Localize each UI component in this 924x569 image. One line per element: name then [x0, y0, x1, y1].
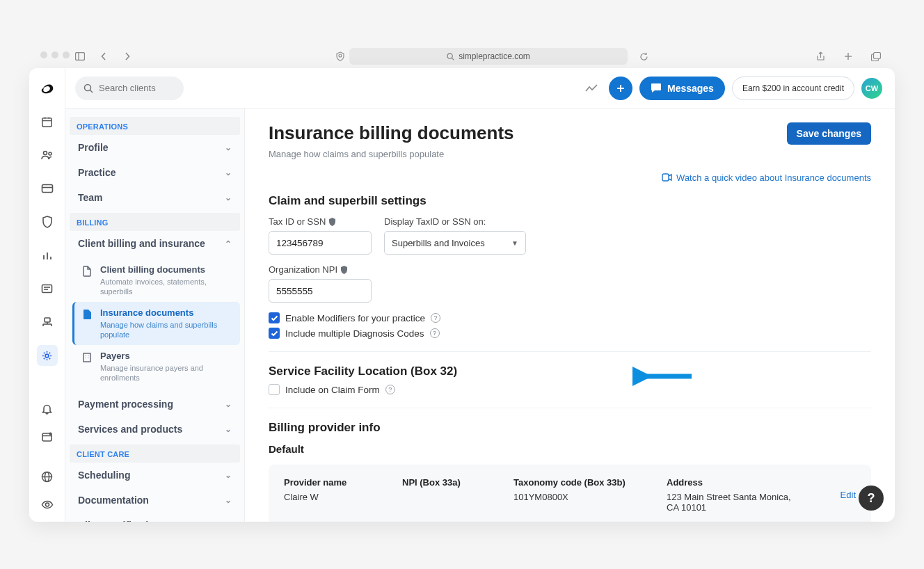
billing-icon[interactable]: [37, 178, 58, 199]
display-on-select[interactable]: Superbills and Invoices ▼: [384, 231, 526, 255]
credit-button[interactable]: Earn $200 in account credit: [732, 77, 854, 100]
insurance-icon[interactable]: [37, 211, 58, 232]
share-icon[interactable]: [811, 47, 829, 65]
clients-icon[interactable]: [37, 145, 58, 166]
svg-rect-44: [662, 174, 669, 181]
tax-id-label: Tax ID or SSN: [269, 216, 372, 227]
page-subtitle: Manage how claims and superbills populat…: [269, 149, 871, 159]
nav-team[interactable]: Team⌄: [70, 185, 240, 210]
shield-icon[interactable]: [331, 47, 349, 65]
icon-rail: [29, 68, 65, 522]
help-icon[interactable]: ?: [430, 328, 440, 338]
help-icon[interactable]: ?: [431, 313, 440, 323]
svg-rect-8: [42, 118, 51, 126]
svg-rect-14: [42, 185, 52, 193]
svg-rect-0: [76, 53, 85, 61]
nav-payment-processing[interactable]: Payment processing⌄: [70, 392, 240, 417]
provider-taxonomy-header: Taxonomy code (Box 33b): [513, 477, 639, 488]
file-icon: [82, 266, 93, 296]
default-label: Default: [269, 443, 871, 455]
chevron-down-icon: ⌄: [225, 520, 232, 522]
nav-practice[interactable]: Practice⌄: [70, 160, 240, 185]
traffic-max[interactable]: [63, 51, 70, 58]
settings-icon[interactable]: [37, 345, 58, 366]
notes-icon[interactable]: [37, 278, 58, 299]
shield-icon: [328, 218, 337, 226]
forward-icon[interactable]: [118, 47, 136, 65]
reload-icon[interactable]: [635, 47, 653, 65]
section-client-care: CLIENT CARE: [70, 444, 240, 463]
save-button[interactable]: Save changes: [787, 122, 871, 145]
supervision-icon[interactable]: [37, 312, 58, 332]
section-billing: BILLING: [70, 213, 240, 231]
svg-line-36: [90, 90, 93, 93]
back-icon[interactable]: [95, 47, 113, 65]
facility-title: Service Facility Location (Box 32): [269, 364, 871, 378]
include-dx-checkbox[interactable]: Include multiple Diagnosis Codes ?: [269, 328, 871, 339]
app-window: Search clients Messages Earn $200 in acc…: [29, 68, 895, 522]
provider-npi-header: NPI (Box 33a): [402, 477, 486, 488]
svg-point-34: [45, 503, 49, 506]
svg-point-30: [49, 433, 52, 435]
traffic-min[interactable]: [51, 51, 58, 58]
nav-payers[interactable]: PayersManage insurance payers and enroll…: [72, 345, 240, 388]
avatar[interactable]: CW: [861, 78, 882, 99]
nav-client-notifications[interactable]: Client notifications⌄: [70, 513, 240, 522]
nav-profile[interactable]: Profile⌄: [70, 135, 240, 160]
svg-point-13: [49, 152, 51, 155]
calendar-icon[interactable]: [37, 111, 58, 132]
include-claim-checkbox[interactable]: Include on Claim Form ?: [269, 384, 871, 395]
new-tab-icon[interactable]: [839, 47, 857, 65]
nav-client-billing[interactable]: Client billing and insurance⌄: [70, 231, 240, 256]
provider-name-header: Provider name: [284, 477, 374, 488]
sidebar-toggle-icon[interactable]: [71, 47, 89, 65]
address-bar[interactable]: simplepractice.com: [349, 48, 628, 65]
nav-services-products[interactable]: Services and products⌄: [70, 417, 240, 442]
tax-id-input[interactable]: [269, 231, 372, 255]
provider-address-value: 123 Main Street Santa Monica, CA 10101: [667, 492, 799, 513]
svg-rect-39: [83, 353, 90, 362]
topbar: Search clients Messages Earn $200 in acc…: [65, 68, 895, 109]
messages-label: Messages: [667, 83, 714, 94]
chat-icon: [651, 83, 662, 93]
video-link[interactable]: Watch a quick video about Insurance docu…: [662, 173, 871, 183]
globe-icon[interactable]: [37, 470, 58, 485]
help-icon[interactable]: ?: [385, 385, 395, 394]
tabs-icon[interactable]: [867, 47, 885, 65]
messages-button[interactable]: Messages: [639, 77, 725, 100]
reminders-icon[interactable]: [37, 402, 58, 417]
section-claim-title: Claim and superbill settings: [269, 194, 871, 208]
page-title: Insurance billing documents: [269, 122, 514, 144]
checkbox-icon: [269, 312, 280, 323]
nav-scheduling[interactable]: Scheduling⌄: [70, 463, 240, 488]
requests-icon[interactable]: [37, 429, 58, 444]
enable-modifiers-checkbox[interactable]: Enable Modifiers for your practice ?: [269, 312, 871, 323]
create-button[interactable]: [609, 77, 632, 100]
nav-insurance-docs[interactable]: Insurance documentsManage how claims and…: [72, 302, 240, 345]
activity-icon[interactable]: [581, 78, 602, 99]
help-fab[interactable]: ?: [859, 486, 884, 511]
checkbox-icon: [269, 384, 280, 395]
traffic-close[interactable]: [40, 51, 47, 58]
eye-icon[interactable]: [37, 497, 58, 512]
npi-input[interactable]: [269, 279, 372, 303]
svg-line-4: [452, 58, 454, 60]
edit-provider-link[interactable]: Edit: [841, 490, 856, 500]
logo-icon[interactable]: [40, 81, 55, 96]
nav-documentation[interactable]: Documentation⌄: [70, 488, 240, 513]
settings-sidebar: OPERATIONS Profile⌄ Practice⌄ Team⌄ BILL…: [65, 109, 245, 522]
chevron-up-icon: ⌄: [225, 239, 232, 248]
svg-point-3: [447, 53, 452, 58]
provider-card: Provider name Claire W NPI (Box 33a) Tax…: [269, 465, 871, 522]
file-icon: [82, 309, 93, 339]
nav-client-billing-docs[interactable]: Client billing documentsAutomate invoice…: [72, 259, 240, 302]
search-input[interactable]: Search clients: [75, 77, 184, 100]
svg-rect-22: [45, 318, 50, 322]
npi-label: Organization NPI: [269, 264, 372, 275]
chevron-down-icon: ⌄: [225, 470, 232, 480]
svg-point-35: [85, 84, 91, 90]
svg-point-27: [45, 354, 49, 358]
analytics-icon[interactable]: [37, 245, 58, 266]
svg-rect-7: [874, 52, 881, 58]
display-on-label: Display TaxID or SSN on:: [384, 216, 526, 227]
